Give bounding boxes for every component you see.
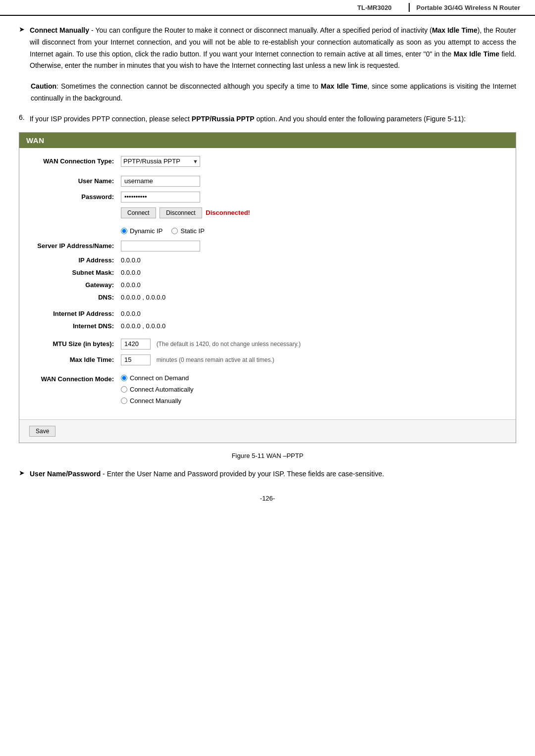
dynamic-ip-label: Dynamic IP bbox=[130, 227, 162, 235]
wan-connection-mode-options-group: Connect on Demand Connect Automatically … bbox=[121, 374, 506, 404]
page-header: TL-MR3020 Portable 3G/4G Wireless N Rout… bbox=[0, 0, 535, 16]
connect-button[interactable]: Connect bbox=[121, 207, 156, 218]
gateway-value: 0.0.0.0 bbox=[121, 281, 506, 289]
connect-on-demand-option[interactable]: Connect on Demand bbox=[121, 374, 506, 382]
mtu-row: MTU Size (in bytes): (The default is 142… bbox=[29, 339, 506, 350]
wan-select-wrapper[interactable]: PPTP/Russia PPTP ▼ bbox=[121, 156, 200, 167]
connect-manually-body: - You can configure the Router to make i… bbox=[30, 26, 516, 69]
connect-manually-section: ➤ Connect Manually - You can configure t… bbox=[19, 25, 516, 72]
pptp-option-bold: PPTP/Russia PPTP bbox=[192, 115, 255, 123]
internet-ip-row: Internet IP Address: 0.0.0.0 bbox=[29, 310, 506, 317]
wan-connection-mode-options: Connect on Demand Connect Automatically … bbox=[121, 374, 506, 404]
internet-ip-label: Internet IP Address: bbox=[29, 310, 121, 317]
connect-on-demand-radio[interactable] bbox=[121, 375, 127, 381]
dns-value: 0.0.0.0 , 0.0.0.0 bbox=[121, 294, 506, 301]
connect-automatically-option[interactable]: Connect Automatically bbox=[121, 386, 506, 393]
server-ip-label: Server IP Address/Name: bbox=[29, 242, 121, 250]
connect-manually-radio[interactable] bbox=[121, 398, 127, 404]
internet-dns-value: 0.0.0.0 , 0.0.0.0 bbox=[121, 322, 506, 330]
idle-hint: minutes (0 means remain active at all ti… bbox=[157, 356, 274, 363]
password-input[interactable] bbox=[121, 192, 200, 202]
wan-box-body: WAN Connection Type: PPTP/Russia PPTP ▼ bbox=[19, 148, 516, 419]
disconnected-status: Disconnected! bbox=[206, 209, 250, 216]
caution-text: : Sometimes the connection cannot be dis… bbox=[56, 82, 321, 90]
wan-connection-type-row: WAN Connection Type: PPTP/Russia PPTP ▼ bbox=[29, 156, 506, 167]
connect-manually-text: Connect Manually - You can configure the… bbox=[30, 25, 516, 72]
username-password-label: User Name/Password bbox=[30, 470, 101, 478]
model-name: TL-MR3020 bbox=[357, 4, 391, 11]
username-value bbox=[121, 176, 506, 187]
dynamic-ip-radio[interactable] bbox=[121, 228, 127, 234]
caution-label: Caution bbox=[31, 82, 56, 90]
internet-dns-label: Internet DNS: bbox=[29, 322, 121, 330]
item-6-text-start: If your ISP provides PPTP connection, pl… bbox=[30, 115, 192, 123]
connect-automatically-label: Connect Automatically bbox=[130, 386, 194, 393]
header-divider bbox=[409, 3, 410, 12]
ip-address-row: IP Address: 0.0.0.0 bbox=[29, 256, 506, 264]
ip-type-row: Dynamic IP Static IP bbox=[29, 227, 506, 236]
wan-connection-type-value: PPTP/Russia PPTP ▼ bbox=[121, 156, 506, 167]
password-value bbox=[121, 192, 506, 202]
connect-manually-option[interactable]: Connect Manually bbox=[121, 397, 506, 404]
server-ip-row: Server IP Address/Name: bbox=[29, 241, 506, 252]
connect-on-demand-label: Connect on Demand bbox=[130, 374, 189, 382]
bullet-arrow-2: ➤ bbox=[19, 469, 25, 477]
gateway-label: Gateway: bbox=[29, 281, 121, 289]
subnet-mask-row: Subnet Mask: 0.0.0.0 bbox=[29, 269, 506, 276]
ip-type-radio-group: Dynamic IP Static IP bbox=[121, 227, 506, 235]
username-input[interactable] bbox=[121, 176, 200, 187]
wan-connection-mode-label: WAN Connection Mode: bbox=[29, 374, 121, 383]
connect-manually-label: Connect Manually bbox=[30, 26, 89, 34]
mtu-label: MTU Size (in bytes): bbox=[29, 340, 121, 348]
max-idle-row: Max Idle Time: minutes (0 means remain a… bbox=[29, 354, 506, 365]
connect-buttons-value: Connect Disconnect Disconnected! bbox=[121, 207, 506, 218]
subnet-mask-label: Subnet Mask: bbox=[29, 269, 121, 276]
bullet-arrow-1: ➤ bbox=[19, 25, 25, 33]
item-number: 6. bbox=[19, 113, 25, 121]
server-ip-input[interactable] bbox=[121, 241, 200, 252]
connect-buttons-row: Connect Disconnect Disconnected! bbox=[29, 207, 506, 218]
internet-dns-row: Internet DNS: 0.0.0.0 , 0.0.0.0 bbox=[29, 322, 506, 330]
ip-address-value: 0.0.0.0 bbox=[121, 256, 506, 264]
wan-box-title: WAN bbox=[19, 133, 516, 148]
item-6-text-end: option. And you should enter the followi… bbox=[255, 115, 466, 123]
gateway-row: Gateway: 0.0.0.0 bbox=[29, 281, 506, 289]
caution-block: Caution: Sometimes the connection cannot… bbox=[31, 81, 516, 104]
dns-row: DNS: 0.0.0.0 , 0.0.0.0 bbox=[29, 294, 506, 301]
max-idle-time-ref1: Max Idle Time bbox=[432, 26, 478, 34]
username-password-body: - Enter the User Name and Password provi… bbox=[103, 470, 384, 478]
dns-label: DNS: bbox=[29, 294, 121, 301]
dynamic-ip-option[interactable]: Dynamic IP bbox=[121, 227, 162, 235]
static-ip-option[interactable]: Static IP bbox=[171, 227, 204, 235]
mtu-value-group: (The default is 1420, do not change unle… bbox=[121, 339, 506, 350]
connect-manually-mode-label: Connect Manually bbox=[130, 397, 181, 404]
page-number: -126- bbox=[19, 495, 516, 502]
username-label: User Name: bbox=[29, 177, 121, 185]
password-label: Password: bbox=[29, 193, 121, 201]
figure-caption: Figure 5-11 WAN –PPTP bbox=[19, 452, 516, 459]
username-password-text: User Name/Password - Enter the User Name… bbox=[30, 468, 516, 480]
wan-connection-type-select[interactable]: PPTP/Russia PPTP bbox=[121, 156, 200, 167]
username-row: User Name: bbox=[29, 176, 506, 187]
password-row: Password: bbox=[29, 192, 506, 202]
numbered-section-6: 6. If your ISP provides PPTP connection,… bbox=[19, 113, 516, 443]
max-idle-value-group: minutes (0 means remain active at all ti… bbox=[121, 354, 506, 365]
ip-type-radios: Dynamic IP Static IP bbox=[121, 227, 506, 236]
max-idle-input[interactable] bbox=[121, 354, 151, 365]
max-idle-time-ref2: Max Idle Time bbox=[454, 50, 499, 58]
username-password-section: ➤ User Name/Password - Enter the User Na… bbox=[19, 468, 516, 480]
connect-automatically-radio[interactable] bbox=[121, 386, 127, 393]
server-ip-value bbox=[121, 241, 506, 252]
disconnect-button[interactable]: Disconnect bbox=[160, 207, 202, 218]
max-idle-time-ref3: Max Idle Time bbox=[321, 82, 368, 90]
ip-address-label: IP Address: bbox=[29, 256, 121, 264]
max-idle-label: Max Idle Time: bbox=[29, 356, 121, 363]
wan-connection-mode-row: WAN Connection Mode: Connect on Demand C… bbox=[29, 374, 506, 404]
save-button[interactable]: Save bbox=[29, 426, 55, 437]
wan-connection-type-label: WAN Connection Type: bbox=[29, 157, 121, 165]
static-ip-radio[interactable] bbox=[171, 228, 178, 234]
item-6-text: If your ISP provides PPTP connection, pl… bbox=[30, 113, 516, 125]
mtu-input[interactable] bbox=[121, 339, 151, 350]
wan-box: WAN WAN Connection Type: PPTP/Russia PPT… bbox=[19, 132, 516, 443]
product-name: Portable 3G/4G Wireless N Router bbox=[417, 4, 520, 11]
